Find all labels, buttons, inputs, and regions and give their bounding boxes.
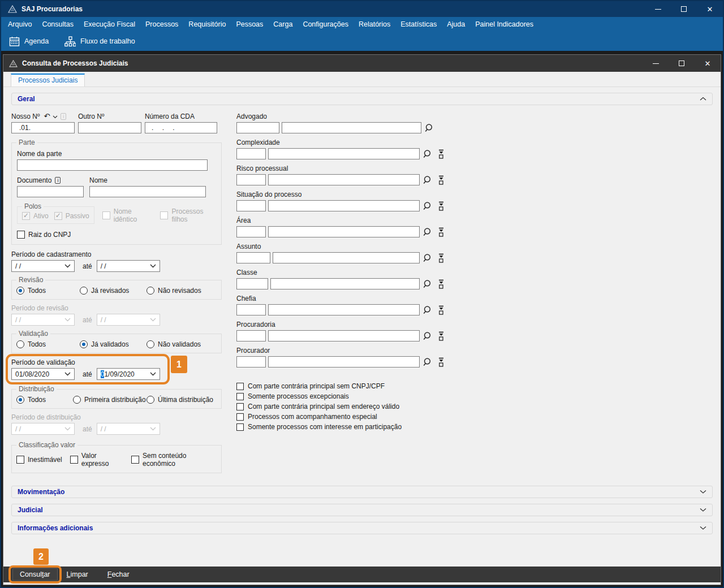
distribuicao-ultima-radio[interactable]: Última distribuição [146,396,213,404]
undo-icon[interactable]: ↶ [44,114,50,119]
menu-item-pessoas[interactable]: Pessoas [231,20,268,28]
advogado-code-input[interactable] [236,122,279,133]
inestimavel-checkbox[interactable]: Inestimável [16,452,62,468]
validacao-nao-radio[interactable]: Não validados [146,340,201,348]
interesse-participacao-checkbox[interactable]: Somente processos com interesse em parti… [236,423,447,431]
consulta-maximize-button[interactable] [669,55,695,72]
procurador-code-input[interactable] [236,356,266,368]
sem-cnpj-cpf-checkbox-box[interactable] [236,383,244,390]
sem-cnpj-cpf-checkbox[interactable]: Com parte contrária principal sem CNPJ/C… [236,382,447,390]
nome-da-parte-input[interactable] [17,159,208,171]
interesse-participacao-checkbox-box[interactable] [236,423,244,431]
revisao-ja-radio[interactable]: Já revisados [80,287,146,295]
pick-from-list-icon[interactable] [436,331,447,341]
fluxo-trabalho-button[interactable]: Fluxo de trabalho [64,36,135,47]
search-icon[interactable] [422,201,433,211]
revisao-todos-radio[interactable]: Todos [16,287,80,295]
app-minimize-button[interactable] [645,1,671,17]
menu-item-consultas[interactable]: Consultas [37,20,79,28]
validacao-todos-radio[interactable]: Todos [16,340,80,348]
search-icon[interactable] [422,253,433,263]
consulta-close-button[interactable]: ✕ [695,55,721,72]
processos-excepcionais-checkbox-box[interactable] [236,393,244,400]
advogado-name-input[interactable] [282,122,421,133]
documento-input[interactable] [17,186,84,197]
validacao-ja-radio-circle[interactable] [80,340,88,348]
pick-from-list-icon[interactable] [436,357,447,367]
sem-endereco-valido-checkbox[interactable]: Com parte contrária principal sem endere… [236,403,447,410]
menu-item-estatisticas[interactable]: Estatísticas [395,20,442,28]
section-movimentacao-header[interactable]: Movimentação [11,486,713,498]
valor-expresso-checkbox-box[interactable] [70,456,78,464]
search-icon[interactable] [422,305,433,315]
menu-item-carga[interactable]: Carga [268,20,298,28]
sem-conteudo-economico-checkbox[interactable]: Sem conteúdo econômico [131,452,217,468]
search-icon[interactable] [422,227,433,237]
complexidade-code-input[interactable] [236,148,266,159]
chevron-down-icon[interactable] [53,113,58,120]
menu-item-configuracoes[interactable]: Configurações [298,20,354,28]
section-judicial-header[interactable]: Judicial [11,504,713,516]
raiz-cnpj-checkbox-box[interactable] [17,231,25,239]
search-icon[interactable] [422,357,433,367]
complexidade-name-input[interactable] [268,148,420,159]
distribuicao-primeira-radio-circle[interactable] [73,396,81,404]
validacao-ja-radio[interactable]: Já validados [80,340,146,348]
chefia-code-input[interactable] [236,304,266,315]
classe-name-input[interactable] [270,278,420,289]
revisao-nao-radio-circle[interactable] [146,287,154,295]
distribuicao-todos-radio[interactable]: Todos [16,396,73,404]
validacao-nao-radio-circle[interactable] [146,340,154,348]
periodo-cadastramento-to[interactable]: / / [97,260,160,272]
search-icon[interactable] [422,175,433,185]
chevron-down-icon[interactable] [700,508,706,512]
revisao-todos-radio-circle[interactable] [16,287,24,295]
menu-item-ajuda[interactable]: Ajuda [442,20,470,28]
procuradoria-code-input[interactable] [236,330,266,341]
numero-cda-input[interactable]: . . . [145,122,217,133]
section-geral-header[interactable]: Geral [11,93,713,105]
revisao-nao-radio[interactable]: Não revisados [146,287,201,295]
periodo-validacao-to[interactable]: 01/09/2020 [97,368,160,380]
menu-item-requisitorio[interactable]: Requisitório [183,20,231,28]
pick-from-list-icon[interactable] [436,227,447,237]
menu-item-execucao-fiscal[interactable]: Execução Fiscal [79,20,140,28]
acompanhamento-especial-checkbox[interactable]: Processos com acompanhamento especial [236,413,447,421]
risco-code-input[interactable] [236,174,266,185]
classe-code-input[interactable] [236,278,268,289]
menu-item-painel-indicadores[interactable]: Painel Indicadores [470,20,538,28]
periodo-validacao-from[interactable]: 01/08/2020 [11,368,75,380]
limpar-button[interactable]: Limpar [60,569,95,580]
tab-processos-judiciais[interactable]: Processos Judiciais [11,74,85,87]
processos-excepcionais-checkbox[interactable]: Somente processos excepcionais [236,392,447,400]
menu-item-relatorios[interactable]: Relatórios [354,20,395,28]
valor-expresso-checkbox[interactable]: Valor expresso [70,452,123,468]
pick-from-list-icon[interactable] [436,305,447,315]
assunto-name-input[interactable] [273,252,420,263]
distribuicao-primeira-radio[interactable]: Primeira distribuição [73,396,146,404]
sem-endereco-valido-checkbox-box[interactable] [236,403,244,410]
procuradoria-name-input[interactable] [268,330,420,341]
pick-from-list-icon[interactable] [436,175,447,185]
area-name-input[interactable] [268,226,420,237]
pick-from-list-icon[interactable] [436,149,447,159]
agenda-button[interactable]: Agenda [9,36,49,47]
app-maximize-button[interactable] [671,1,697,17]
distribuicao-todos-radio-circle[interactable] [16,396,24,404]
periodo-cadastramento-from[interactable]: / / [11,260,75,272]
inestimavel-checkbox-box[interactable] [16,456,24,464]
assunto-code-input[interactable] [236,252,270,263]
fechar-button[interactable]: Fechar [101,569,136,580]
chevron-up-icon[interactable] [700,97,706,101]
distribuicao-ultima-radio-circle[interactable] [146,396,154,404]
nosso-no-input[interactable]: .01. [11,122,75,133]
search-icon[interactable] [424,123,435,133]
risco-name-input[interactable] [268,174,420,185]
procurador-name-input[interactable] [268,356,420,368]
menu-item-processos[interactable]: Processos [140,20,183,28]
raiz-cnpj-checkbox[interactable]: Raiz do CNPJ [17,231,216,239]
consulta-minimize-button[interactable] [643,55,669,72]
app-close-button[interactable]: ✕ [697,1,723,17]
situacao-code-input[interactable] [236,200,266,211]
validacao-todos-radio-circle[interactable] [16,340,24,348]
